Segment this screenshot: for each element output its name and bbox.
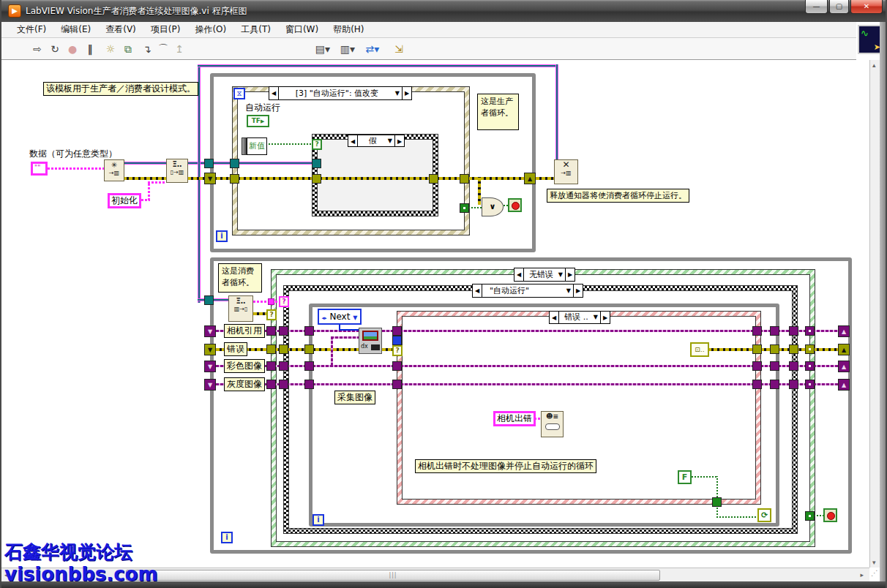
acquire-image-label[interactable]: 采集图像 xyxy=(334,391,375,404)
prev-case-icon[interactable]: ◀ xyxy=(473,284,482,297)
step-out-icon[interactable]: ↥ xyxy=(171,41,187,57)
case-dropdown-icon[interactable]: ▼ xyxy=(566,284,573,297)
tunnel xyxy=(392,380,402,389)
tf-boolean-terminal[interactable]: TF▶ xyxy=(247,115,269,127)
shift-register-right: ▲ xyxy=(838,361,850,372)
prev-case-icon[interactable]: ◀ xyxy=(550,312,559,323)
wire-junction xyxy=(268,298,274,305)
highlight-execution-icon[interactable]: ☼ xyxy=(102,41,119,57)
tunnel xyxy=(752,344,762,354)
pause-button[interactable]: ‖ xyxy=(82,41,98,57)
producer-note[interactable]: 这是生产者循环。 xyxy=(477,94,519,130)
case-dropdown-icon[interactable]: ▼ xyxy=(388,135,394,146)
case-dropdown-icon[interactable]: ▼ xyxy=(395,87,402,99)
prev-case-icon[interactable]: ◀ xyxy=(269,87,279,99)
shift-register-right: ▲ xyxy=(838,325,850,337)
case-header-no-error[interactable]: ◀ 无错误 ▼ ▶ xyxy=(514,268,575,282)
boolean-wire xyxy=(716,516,759,518)
case-header-autorun[interactable]: ◀ "自动运行" ▼ ▶ xyxy=(472,284,583,298)
init-label[interactable]: 初始化 xyxy=(108,193,141,208)
run-continuous-button[interactable]: ↻ xyxy=(47,41,63,57)
close-button[interactable]: ✕ xyxy=(850,0,883,14)
data-label[interactable]: 数据（可为任意类型） xyxy=(29,148,117,160)
vertical-scrollbar[interactable]: ▴ ▾ xyxy=(869,60,880,568)
case-dropdown-icon[interactable]: ▼ xyxy=(558,268,565,281)
string-control-terminal[interactable]: "" xyxy=(31,162,48,176)
menu-operate[interactable]: 操作(O) xyxy=(188,22,233,37)
menu-edit[interactable]: 编辑(E) xyxy=(54,22,97,37)
continue-if-true-terminal[interactable]: ⟳ xyxy=(757,508,771,522)
iteration-terminal[interactable]: i xyxy=(312,514,324,526)
prev-case-icon[interactable]: ◀ xyxy=(348,135,358,146)
notification-string-wire xyxy=(253,301,280,303)
scroll-down-icon[interactable]: ▾ xyxy=(872,559,876,566)
align-objects-icon[interactable]: ▤▾ xyxy=(315,41,331,57)
iteration-terminal[interactable]: i xyxy=(221,532,233,543)
false-constant[interactable]: F xyxy=(678,470,692,484)
consumer-note[interactable]: 这是消费者循环。 xyxy=(218,263,262,293)
prev-case-icon[interactable]: ◀ xyxy=(514,268,524,281)
step-into-icon[interactable]: ↴ xyxy=(139,41,155,57)
abort-button[interactable]: ● xyxy=(64,41,81,57)
title-bar[interactable]: ▶ LabVIEW Vision生产者消费者连续处理图像.vi 程序框图 — ▢… xyxy=(1,0,886,22)
next-case-icon[interactable]: ▶ xyxy=(394,135,404,146)
event-structure-header[interactable]: ◀ [3] "自动运行": 值改变 ▼ ▶ xyxy=(269,86,412,100)
retain-wire-values-icon[interactable]: ⧉ xyxy=(120,41,136,57)
color-image-label[interactable]: 彩色图像 xyxy=(224,359,265,373)
wait-notification-node[interactable]: Ξ‥ ▥→▯ xyxy=(228,295,253,322)
menu-view[interactable]: 查看(V) xyxy=(99,22,143,37)
imaq-acquire-node[interactable]: dx xyxy=(359,328,382,354)
menu-help[interactable]: 帮助(H) xyxy=(326,22,370,37)
tunnel xyxy=(266,380,276,389)
send-notification-node[interactable]: Ξ‥ ▯→▥ xyxy=(166,159,188,183)
release-note[interactable]: 释放通知器将使消费者循环停止运行。 xyxy=(547,189,689,203)
obtain-notifier-node[interactable]: ✳ →▥ xyxy=(104,159,124,181)
resize-grip-icon[interactable]: ⋰ xyxy=(871,569,878,577)
template-note[interactable]: 该模板用于生产者／消费者设计模式。 xyxy=(43,82,198,96)
minimize-button[interactable]: — xyxy=(805,0,828,14)
maximize-button[interactable]: ▢ xyxy=(829,0,849,14)
one-button-dialog-node[interactable]: ☻≡ xyxy=(541,411,564,437)
release-notifier-node[interactable]: ✕ →▥ xyxy=(554,159,578,184)
event-data-node[interactable]: 新值 xyxy=(247,137,267,155)
case-selector-terminal: ? xyxy=(266,309,277,320)
run-button[interactable]: ⇨ xyxy=(29,41,45,57)
case-header-error[interactable]: ◀ 错误 .. ▼ ▶ xyxy=(549,311,610,324)
iteration-terminal[interactable]: i xyxy=(216,230,228,242)
menu-file[interactable]: 文件(F) xyxy=(10,22,53,37)
case-dropdown-icon[interactable]: ▼ xyxy=(594,312,600,323)
scroll-up-icon[interactable]: ▴ xyxy=(872,61,876,69)
camera-ref-label[interactable]: 相机引用 xyxy=(224,324,265,338)
menu-project[interactable]: 项目(P) xyxy=(144,22,187,37)
distribute-objects-icon[interactable]: ▥▾ xyxy=(340,41,356,57)
next-enum-constant[interactable]: ◂▸ Next ▼ xyxy=(318,309,362,325)
camera-error-note[interactable]: 相机出错时不处理图像并停止自动运行的循环 xyxy=(415,459,596,473)
tunnel xyxy=(266,326,276,336)
menu-window[interactable]: 窗口(W) xyxy=(279,22,325,37)
cleanup-diagram-icon[interactable]: ⇲ xyxy=(391,41,407,57)
next-case-icon[interactable]: ▶ xyxy=(573,284,583,297)
autorun-label[interactable]: 自动运行 xyxy=(245,102,280,114)
case-header-false[interactable]: ◀ 假 ▼ ▶ xyxy=(348,135,405,147)
block-diagram-canvas[interactable]: ▼ ▲ ? ▼ ▼ ▼ ▼ ? ? ? xyxy=(1,60,869,568)
camera-error-string[interactable]: 相机出错 xyxy=(493,411,536,426)
stop-button-terminal[interactable] xyxy=(823,508,837,522)
next-case-icon[interactable]: ▶ xyxy=(402,87,411,99)
scroll-right-icon[interactable]: ▸ xyxy=(860,571,864,578)
stop-button-terminal[interactable] xyxy=(508,198,522,212)
next-case-icon[interactable]: ▶ xyxy=(565,268,575,281)
notifier-wire xyxy=(198,64,558,67)
error-constant-node[interactable]: ⊡‥ xyxy=(690,342,709,357)
gray-image-label[interactable]: 灰度图像 xyxy=(224,377,265,391)
vi-icon[interactable]: ∿ ➤ xyxy=(858,25,883,54)
menu-tools[interactable]: 工具(T) xyxy=(234,22,277,37)
step-over-icon[interactable]: ⌒ xyxy=(155,41,171,57)
scrollbar-thumb[interactable]: ||| xyxy=(126,570,660,581)
shift-register-right: ▲ xyxy=(838,379,850,391)
enum-dropdown-icon: ▼ xyxy=(353,314,357,321)
reorder-icon[interactable]: ⇄▾ xyxy=(364,41,381,57)
tunnel xyxy=(279,326,288,336)
error-label[interactable]: 错误 xyxy=(224,342,247,356)
event-timeout-terminal[interactable]: ⧖ xyxy=(233,88,245,99)
next-case-icon[interactable]: ▶ xyxy=(600,312,610,323)
